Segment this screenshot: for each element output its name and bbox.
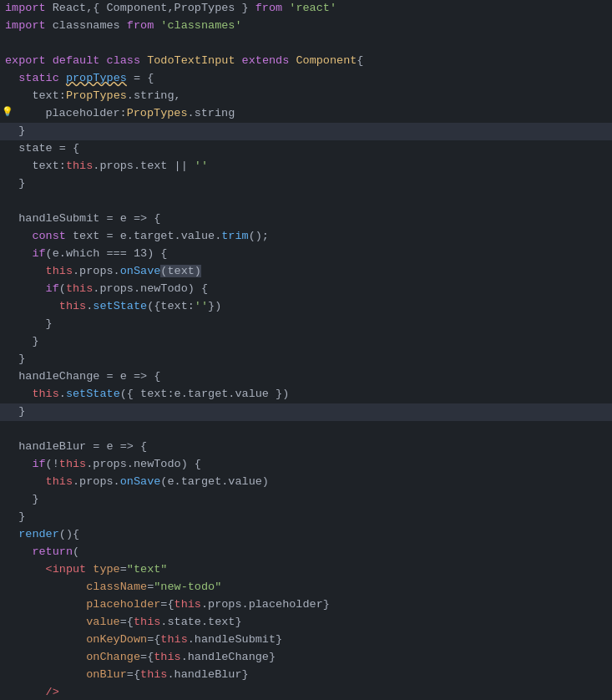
token: import (5, 2, 46, 14)
token (5, 388, 32, 400)
token: static (18, 72, 59, 84)
line-content: } (0, 175, 612, 193)
token: onSave (120, 475, 161, 488)
code-line: export default class TodoTextInput exten… (0, 53, 612, 70)
line-content: onChange={this.handleChange} (0, 649, 612, 667)
code-line: if(!this.props.newTodo) { (0, 456, 612, 474)
line-content: } (0, 333, 612, 351)
token: from (255, 2, 282, 14)
token: (e.target.value) (160, 475, 269, 488)
token (5, 282, 46, 295)
line-content: value={this.state.text} (0, 614, 612, 632)
token: (text) (160, 265, 201, 277)
token: } (5, 317, 53, 330)
token: . (188, 107, 195, 119)
token: .props. (73, 475, 120, 488)
code-line: } (0, 509, 612, 526)
token: ={ (140, 651, 154, 663)
token: } (5, 493, 39, 505)
line-content (0, 421, 612, 439)
token: ={ (120, 616, 134, 628)
line-content: import React,{ Component,PropTypes } fro… (0, 0, 612, 18)
code-line: text:PropTypes.string, (0, 88, 612, 105)
token: this (59, 458, 86, 470)
code-line: } (0, 123, 612, 140)
line-content: } (0, 403, 612, 421)
token: ( (73, 545, 79, 558)
code-line: value={this.state.text} (0, 614, 612, 632)
code-line: onChange={this.handleChange} (0, 649, 612, 667)
code-line: import classnames from 'classnames' (0, 18, 612, 35)
line-content: } (0, 123, 612, 140)
token: } (5, 177, 25, 190)
line-content: state = { (0, 140, 612, 158)
token: export (5, 54, 46, 67)
token: { (357, 54, 363, 67)
token: .props.newTodo) { (93, 282, 208, 295)
token (5, 265, 46, 277)
token: placeholder (5, 598, 160, 611)
token: PropTypes (127, 107, 188, 119)
token: 'classnames' (160, 19, 241, 32)
token: .state.text} (160, 616, 241, 628)
line-content: onKeyDown={this.handleSubmit} (0, 632, 612, 649)
code-line: this.setState({text:''}) (0, 298, 612, 316)
lightbulb-icon[interactable]: 💡 (2, 105, 13, 119)
token: value (5, 616, 120, 628)
token: this (140, 668, 167, 681)
token: import (5, 19, 46, 32)
line-content: if(e.which === 13) { (0, 246, 612, 263)
token: (){ (59, 528, 79, 540)
token (99, 54, 106, 67)
token: class (107, 54, 141, 67)
token: this (32, 388, 58, 400)
line-content: this.setState({ text:e.target.value }) (0, 386, 612, 403)
token (5, 72, 18, 84)
code-line: handleBlur = e => { (0, 439, 612, 456)
token: : (59, 160, 66, 172)
token: onKeyDown (5, 633, 147, 646)
code-line: static propTypes = { (0, 70, 612, 88)
token: PropTypes (66, 89, 127, 102)
code-line: } (0, 351, 612, 368)
token: '' (195, 160, 208, 172)
token: extends (242, 54, 290, 67)
token: onSave (120, 265, 161, 277)
line-content: if(!this.props.newTodo) { (0, 456, 612, 474)
token: setState (93, 300, 147, 312)
token: this (66, 282, 93, 295)
token: return (32, 545, 73, 558)
token (59, 72, 66, 84)
token: ={ (160, 598, 174, 611)
code-editor: import React,{ Component,PropTypes } fro… (0, 0, 612, 700)
token: propTypes (66, 72, 127, 84)
line-content: } (0, 316, 612, 333)
token: ={ (147, 633, 160, 646)
token: className (5, 581, 147, 593)
line-content (0, 35, 612, 53)
token: this (66, 160, 93, 172)
token: "text" (127, 563, 168, 576)
token: this (134, 616, 160, 628)
token: . (59, 388, 66, 400)
token: handleChange = e => { (5, 370, 160, 383)
token: } (5, 124, 25, 137)
code-line: if(e.which === 13) { (0, 246, 612, 263)
token: } (5, 335, 39, 347)
token: TodoTextInput (147, 54, 235, 67)
line-content: render(){ (0, 526, 612, 544)
token: this (154, 651, 180, 663)
line-content: /> (0, 684, 612, 700)
token: if (5, 247, 46, 260)
token (5, 230, 32, 242)
token (5, 528, 18, 540)
line-content: onBlur={this.handleBlur} (0, 667, 612, 684)
line-content: import classnames from 'classnames' (0, 18, 612, 35)
code-line: return( (0, 544, 612, 561)
token: ({ text:e.target.value }) (120, 388, 290, 400)
token: /> (5, 686, 59, 698)
token: (! (46, 458, 59, 470)
line-content: text:this.props.text || '' (0, 158, 612, 175)
line-content: handleChange = e => { (0, 368, 612, 386)
token: .handleChange} (181, 651, 276, 663)
